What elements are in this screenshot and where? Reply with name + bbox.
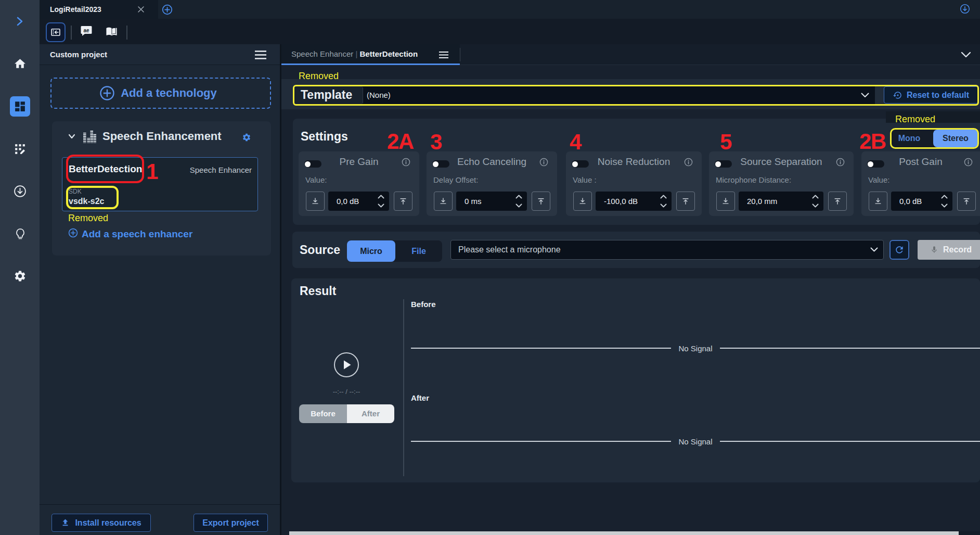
svg-text:ae: ae — [83, 28, 89, 33]
